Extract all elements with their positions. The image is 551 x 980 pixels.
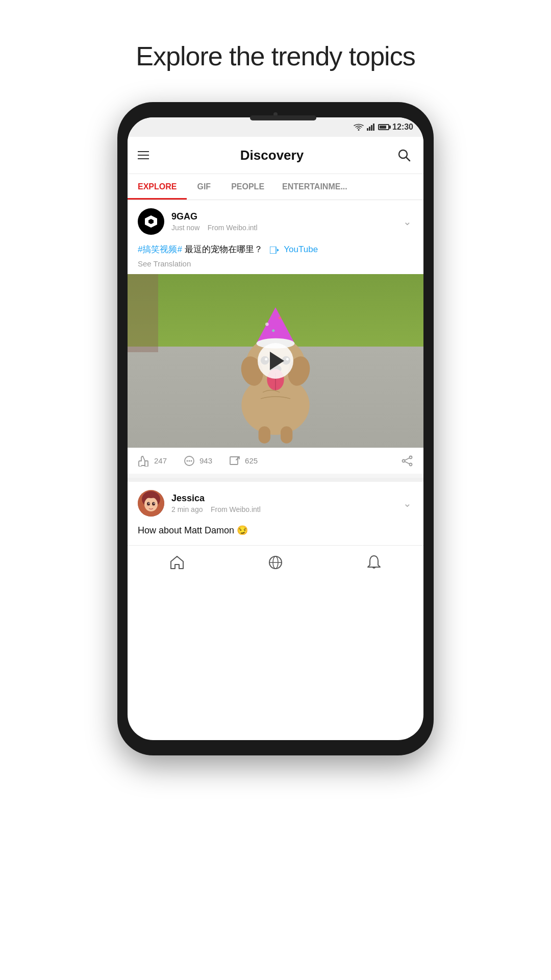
app-header: Discovery: [128, 137, 423, 174]
feed-divider: [128, 478, 423, 482]
thumbs-up-icon: [138, 455, 150, 467]
jessica-avatar-svg: [138, 490, 164, 517]
svg-point-14: [279, 316, 281, 319]
svg-rect-2: [369, 127, 370, 131]
search-button[interactable]: [395, 146, 413, 164]
svg-point-36: [403, 459, 405, 462]
app-title: Discovery: [149, 148, 395, 163]
post-header-jessica: Jessica 2 min ago From Weibo.intl ⌄: [128, 482, 423, 525]
svg-point-42: [147, 502, 150, 505]
hamburger-menu-button[interactable]: [138, 151, 149, 159]
bottom-nav-discover[interactable]: [226, 552, 324, 573]
tab-people[interactable]: PEOPLE: [221, 174, 274, 200]
comment-count: 943: [199, 456, 212, 465]
post-header-9gag: 9GAG Just now From Weibo.intl ⌄: [128, 200, 423, 243]
repost-icon: [229, 455, 241, 467]
status-icons: 12:30: [354, 122, 413, 132]
svg-rect-4: [373, 124, 374, 131]
post-info-9gag: Just now From Weibo.intl: [171, 224, 401, 232]
post-image-9gag[interactable]: [128, 274, 423, 448]
post-translation-9gag[interactable]: See Translation: [138, 259, 413, 268]
tab-gif[interactable]: GIF: [187, 174, 221, 200]
like-count: 247: [154, 456, 167, 465]
svg-point-13: [265, 323, 269, 326]
phone-speaker: [250, 115, 316, 120]
svg-point-31: [191, 460, 192, 461]
bell-icon: [367, 555, 381, 570]
svg-rect-26: [281, 426, 292, 443]
svg-point-45: [154, 503, 155, 504]
svg-point-30: [189, 460, 190, 461]
svg-point-0: [358, 129, 360, 131]
feed: 9GAG Just now From Weibo.intl ⌄ #搞笑视频# 最…: [128, 200, 423, 541]
svg-point-35: [410, 463, 412, 465]
share-icon: [401, 455, 413, 467]
post-hashtag[interactable]: #搞笑视频#: [138, 244, 182, 254]
like-button[interactable]: 247: [138, 455, 167, 467]
avatar-9gag: [138, 208, 164, 235]
svg-line-38: [405, 461, 410, 464]
bottom-nav: [128, 545, 423, 579]
comment-button[interactable]: 943: [183, 455, 212, 467]
svg-point-46: [145, 505, 149, 507]
page-title: Explore the trendy topics: [136, 41, 415, 71]
post-username-jessica: Jessica: [171, 493, 401, 504]
phone-screen: 12:30 Discovery EXPLORE GIF PEOPLE E: [128, 117, 423, 740]
repost-button[interactable]: 625: [229, 455, 258, 467]
post-content-9gag: #搞笑视频# 最逗的宠物在哪里？ YouTube See Translation: [128, 243, 423, 274]
post-chevron-jessica[interactable]: ⌄: [401, 497, 413, 509]
share-button[interactable]: [401, 455, 413, 467]
post-chevron-9gag[interactable]: ⌄: [401, 215, 413, 228]
svg-point-47: [153, 505, 157, 507]
play-triangle-icon: [270, 352, 284, 370]
svg-point-34: [410, 456, 412, 458]
post-info-jessica: 2 min ago From Weibo.intl: [171, 505, 401, 513]
play-button[interactable]: [258, 343, 293, 379]
home-icon: [169, 555, 185, 570]
svg-rect-3: [371, 125, 372, 131]
signal-icon: [367, 124, 375, 131]
bottom-nav-home[interactable]: [128, 552, 226, 573]
svg-point-29: [187, 460, 188, 461]
comment-icon: [183, 455, 195, 467]
post-meta-9gag: 9GAG Just now From Weibo.intl: [171, 211, 401, 232]
avatar-jessica: [138, 490, 164, 517]
bottom-nav-notifications[interactable]: [325, 552, 423, 573]
wifi-icon: [354, 124, 364, 131]
svg-point-43: [152, 502, 155, 505]
action-bar-9gag: 247 943: [128, 448, 423, 474]
svg-rect-32: [230, 457, 238, 464]
discover-icon: [268, 555, 283, 570]
phone-frame: 12:30 Discovery EXPLORE GIF PEOPLE E: [117, 102, 434, 755]
svg-rect-7: [270, 247, 276, 254]
post-text-jessica: How about Matt Damon 😏: [128, 525, 423, 541]
svg-line-37: [405, 458, 410, 460]
post-youtube-link[interactable]: YouTube: [284, 244, 318, 254]
svg-point-15: [272, 329, 274, 332]
svg-rect-25: [259, 426, 270, 443]
tab-entertainment[interactable]: ENTERTAINME...: [274, 174, 355, 200]
post-card-jessica: Jessica 2 min ago From Weibo.intl ⌄ How …: [128, 482, 423, 541]
search-icon: [397, 149, 411, 162]
post-username-9gag: 9GAG: [171, 211, 401, 222]
battery-icon: [378, 124, 389, 130]
video-icon: [270, 247, 279, 254]
post-card-9gag: 9GAG Just now From Weibo.intl ⌄ #搞笑视频# 最…: [128, 200, 423, 474]
svg-rect-27: [145, 461, 148, 467]
tab-explore[interactable]: EXPLORE: [128, 174, 187, 200]
status-time: 12:30: [392, 122, 413, 132]
repost-count: 625: [245, 456, 258, 465]
svg-rect-1: [367, 128, 368, 131]
post-text-9gag: #搞笑视频# 最逗的宠物在哪里？ YouTube: [138, 243, 413, 256]
svg-marker-11: [257, 307, 295, 344]
svg-line-6: [406, 157, 410, 161]
post-meta-jessica: Jessica 2 min ago From Weibo.intl: [171, 493, 401, 513]
svg-marker-8: [277, 249, 279, 252]
svg-point-44: [148, 503, 149, 504]
tab-bar: EXPLORE GIF PEOPLE ENTERTAINME...: [128, 174, 423, 200]
